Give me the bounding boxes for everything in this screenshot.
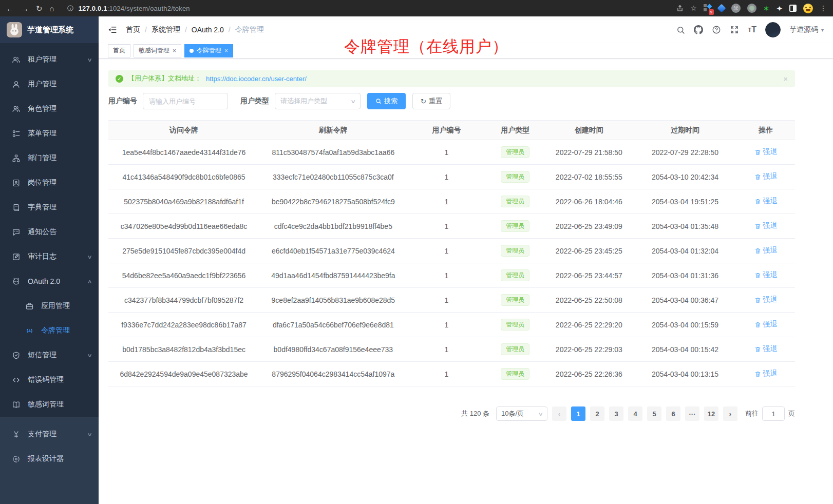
goto-page-input[interactable] bbox=[762, 406, 785, 421]
app-logo[interactable]: 芋道管理系统 bbox=[0, 16, 99, 43]
doc-link[interactable]: https://doc.iocoder.cn/user-center/ bbox=[206, 75, 307, 83]
page-button-5[interactable]: 5 bbox=[647, 406, 661, 421]
sidebar-item-dict[interactable]: 字典管理 bbox=[0, 195, 99, 220]
white-star-extension-icon[interactable]: ✦ bbox=[776, 5, 783, 12]
profile-avatar-icon[interactable] bbox=[803, 4, 813, 13]
table-row: c342377bf8b344799dcbf7bf095287f2 9ce8ef2… bbox=[108, 288, 795, 313]
sidebar-item-tenant[interactable]: 租户管理 ∨ bbox=[0, 47, 99, 72]
page-button-12[interactable]: 12 bbox=[704, 406, 718, 421]
fullscreen-icon[interactable] bbox=[730, 25, 739, 34]
search-button[interactable]: 搜索 bbox=[367, 93, 406, 109]
tab-0[interactable]: 首页 bbox=[108, 44, 130, 57]
expire-time-cell: 2054-03-10 20:42:34 bbox=[634, 173, 737, 181]
sidebar-item-oauth2-token[interactable]: A 令牌管理 bbox=[0, 318, 99, 343]
force-logout-button[interactable]: 强退 bbox=[754, 172, 777, 181]
user-type-badge: 管理员 bbox=[501, 319, 529, 330]
user-id-cell: 1 bbox=[407, 148, 486, 157]
force-logout-button[interactable]: 强退 bbox=[754, 221, 777, 230]
font-size-icon[interactable]: TT bbox=[748, 25, 756, 34]
sidebar-item-report[interactable]: 报表设计器 bbox=[0, 447, 99, 471]
page-button-6[interactable]: 6 bbox=[666, 406, 680, 421]
side-panel-icon[interactable] bbox=[789, 5, 797, 12]
menu-fold-icon[interactable] bbox=[108, 25, 117, 34]
sidebar-item-dept[interactable]: 部门管理 bbox=[0, 146, 99, 170]
expire-time-cell: 2054-03-04 00:15:59 bbox=[634, 321, 737, 329]
gem-extension-icon[interactable] bbox=[717, 4, 726, 13]
user-type-badge: 管理员 bbox=[501, 269, 529, 281]
next-page-button[interactable]: › bbox=[723, 406, 737, 421]
command-extension-icon[interactable]: ⌘ bbox=[731, 4, 741, 13]
user-type-select[interactable]: 请选择用户类型 ∨ bbox=[275, 93, 361, 109]
user-type-cell: 管理员 bbox=[486, 343, 544, 355]
breadcrumb-oauth2[interactable]: OAuth 2.0 bbox=[192, 26, 224, 34]
sidebar-item-errcode[interactable]: 错误码管理 bbox=[0, 367, 99, 392]
token-table: 访问令牌刷新令牌用户编号用户类型创建时间过期时间操作 1ea5e44f8bc14… bbox=[108, 120, 795, 386]
browser-home-icon[interactable]: ⌂ bbox=[50, 5, 54, 12]
force-logout-button[interactable]: 强退 bbox=[754, 147, 777, 157]
sidebar-item-oauth2-app[interactable]: 应用管理 bbox=[0, 294, 99, 318]
sidebar-item-sms[interactable]: 短信管理 ∨ bbox=[0, 343, 99, 367]
close-icon[interactable]: × bbox=[224, 48, 228, 54]
browser-forward-icon[interactable]: → bbox=[21, 5, 29, 12]
chevron-up-icon: ∧ bbox=[87, 279, 92, 284]
user-id-input[interactable] bbox=[143, 93, 228, 109]
reset-button[interactable]: ↻ 重置 bbox=[412, 93, 450, 109]
close-icon[interactable]: × bbox=[173, 48, 176, 54]
breadcrumb-home[interactable]: 首页 bbox=[126, 25, 140, 34]
sidebar-item-audit[interactable]: 审计日志 ∨ bbox=[0, 244, 99, 269]
page-button-3[interactable]: 3 bbox=[609, 406, 623, 421]
sidebar-item-sensitive[interactable]: 敏感词管理 bbox=[0, 392, 99, 417]
sidebar-item-pay[interactable]: 支付管理 ∨ bbox=[0, 422, 99, 447]
sidebar-menu: 租户管理 ∨ 用户管理 角色管理 菜单管理 部门管理 岗位管理 字典管理 通知公… bbox=[0, 43, 99, 417]
force-logout-button[interactable]: 强退 bbox=[754, 197, 777, 206]
sidebar-item-post[interactable]: 岗位管理 bbox=[0, 170, 99, 195]
force-logout-button[interactable]: 强退 bbox=[754, 344, 777, 354]
breadcrumb-system[interactable]: 系统管理 bbox=[152, 25, 180, 34]
breadcrumb-current: 令牌管理 bbox=[235, 25, 264, 34]
active-dot bbox=[190, 49, 194, 53]
force-logout-button[interactable]: 强退 bbox=[754, 246, 777, 255]
recorder-extension-icon[interactable] bbox=[747, 4, 756, 13]
page-ellipsis[interactable]: ··· bbox=[685, 406, 699, 421]
refresh-token-cell: 333ecfc71e02480cb11055c875c3ca0f bbox=[259, 173, 407, 181]
tab-2[interactable]: 令牌管理 × bbox=[184, 44, 233, 57]
force-logout-button[interactable]: 强退 bbox=[754, 320, 777, 329]
extension-grid-icon[interactable]: 9 bbox=[704, 4, 712, 12]
refresh-token-cell: 9ce8ef2aa9f14056b831ae9b608e28d5 bbox=[259, 296, 407, 304]
prev-page-button[interactable]: ‹ bbox=[552, 406, 566, 421]
sidebar: 芋道管理系统 租户管理 ∨ 用户管理 角色管理 菜单管理 部门管理 岗位管理 字… bbox=[0, 16, 99, 504]
page-button-2[interactable]: 2 bbox=[590, 406, 604, 421]
chevron-down-icon: ∨ bbox=[87, 353, 92, 358]
search-icon[interactable] bbox=[676, 26, 685, 34]
sidebar-item-notice[interactable]: 通知公告 bbox=[0, 220, 99, 244]
table-row: 6d842e2924594de9a09e45e087323abe 8796295… bbox=[108, 362, 795, 386]
page-button-4[interactable]: 4 bbox=[628, 406, 642, 421]
user-type-cell: 管理员 bbox=[486, 294, 544, 305]
address-bar[interactable]: 127.0.0.1:1024/system/oauth2/token bbox=[67, 5, 190, 12]
audit-icon bbox=[11, 253, 21, 261]
browser-back-icon[interactable]: ← bbox=[6, 5, 14, 12]
page-size-select[interactable]: 10条/页 ∨ bbox=[496, 406, 547, 421]
help-icon[interactable] bbox=[712, 25, 721, 34]
sidebar-item-role[interactable]: 角色管理 bbox=[0, 96, 99, 121]
user-avatar[interactable] bbox=[765, 22, 781, 37]
site-info-icon[interactable] bbox=[67, 5, 74, 12]
github-icon[interactable] bbox=[694, 25, 703, 34]
user-menu[interactable]: 芋道源码 ▾ bbox=[789, 25, 824, 34]
sidebar-item-menu[interactable]: 菜单管理 bbox=[0, 121, 99, 146]
page-button-1[interactable]: 1 bbox=[571, 406, 585, 421]
force-logout-button[interactable]: 强退 bbox=[754, 369, 777, 378]
alert-close-icon[interactable]: × bbox=[783, 74, 788, 83]
sidebar-item-user[interactable]: 用户管理 bbox=[0, 72, 99, 96]
goto-unit-label: 页 bbox=[788, 409, 795, 418]
users-icon bbox=[11, 55, 21, 64]
sidebar-item-oauth2[interactable]: OAuth 2.0 ∧ bbox=[0, 269, 99, 294]
force-logout-button[interactable]: 强退 bbox=[754, 270, 777, 280]
green-star-extension-icon[interactable]: ✶ bbox=[763, 5, 770, 12]
tab-1[interactable]: 敏感词管理 × bbox=[134, 44, 181, 57]
browser-reload-icon[interactable]: ↻ bbox=[36, 5, 43, 12]
share-icon[interactable] bbox=[676, 5, 684, 12]
bookmark-star-icon[interactable]: ☆ bbox=[690, 5, 697, 12]
browser-menu-icon[interactable]: ⋮ bbox=[820, 5, 827, 12]
force-logout-button[interactable]: 强退 bbox=[754, 295, 777, 304]
